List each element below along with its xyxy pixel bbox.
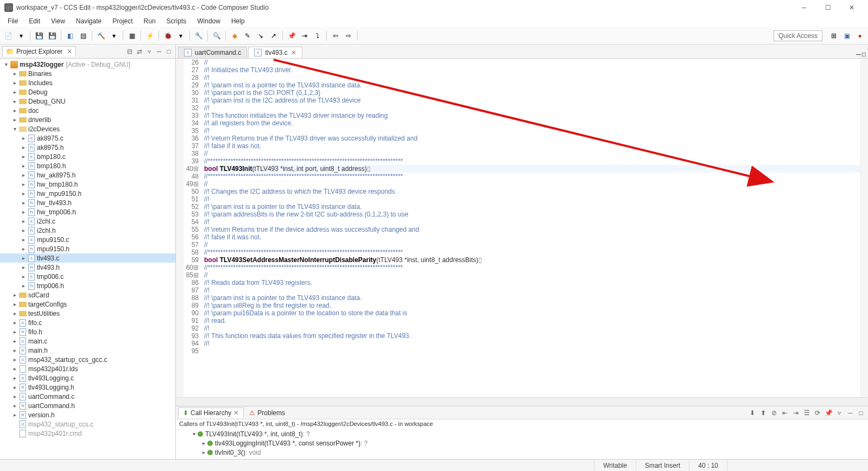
ccs-debug-perspective-icon[interactable]: ● [854, 30, 866, 42]
tree-item[interactable]: ▸Debug [0, 87, 175, 97]
tree-item[interactable]: ▸hfifo.h [0, 327, 175, 336]
menu-file[interactable]: File [3, 16, 22, 26]
pin-icon[interactable]: 📌 [823, 408, 833, 418]
link-editor-icon[interactable]: ⇄ [135, 47, 144, 56]
view-menu-icon[interactable]: ▿ [834, 408, 844, 418]
callers-mode-icon[interactable]: ⇤ [780, 408, 790, 418]
tree-item[interactable]: ▸Includes [0, 78, 175, 87]
toggle-mark-icon[interactable]: ✎ [242, 30, 254, 42]
minimize-view-icon[interactable]: ─ [845, 408, 855, 418]
open-element-icon[interactable]: ◆ [229, 30, 240, 42]
tree-item[interactable]: ▸cbmp180.c [0, 152, 175, 161]
maximize-button[interactable]: ☐ [816, 0, 840, 15]
tree-item[interactable]: ▸ci2chl.c [0, 217, 175, 226]
menu-navigate[interactable]: Navigate [72, 16, 106, 26]
tree-item[interactable]: ▸hhw_mpu9150.h [0, 189, 175, 198]
target-config-icon[interactable]: ▦ [126, 30, 138, 42]
menu-project[interactable]: Project [108, 16, 137, 26]
save-all-icon[interactable]: 💾 [46, 30, 58, 42]
project-tree[interactable]: ▾msp432logger[Active - Debug_GNU]▸Binari… [0, 59, 175, 459]
build-icon[interactable]: 🔨 [95, 30, 107, 42]
close-icon[interactable]: ✕ [291, 49, 296, 56]
menu-edit[interactable]: Edit [24, 16, 45, 26]
tree-item[interactable]: ▸Debug_GNU [0, 97, 175, 106]
collapse-all-icon[interactable]: ⊟ [125, 47, 134, 56]
minimize-editor-icon[interactable]: ─ [856, 50, 861, 58]
callers-tree[interactable]: ▾TLV493Init(tTLV493 *, int, uint8_t) : ?… [176, 428, 868, 459]
tree-item[interactable]: ▸sdCard [0, 290, 175, 300]
line-number-gutter[interactable]: 262728293031323334353637383940⊞4849⊞5051… [183, 59, 202, 397]
tree-item[interactable]: ▸driverlib [0, 115, 175, 124]
close-icon[interactable]: ✕ [67, 48, 72, 55]
tree-item[interactable]: ▸hhw_ak8975.h [0, 170, 175, 180]
maximize-view-icon[interactable]: □ [856, 408, 866, 418]
marker-bar[interactable] [176, 59, 183, 397]
open-perspective-icon[interactable]: ⊞ [828, 30, 840, 42]
menu-view[interactable]: View [47, 16, 69, 26]
close-button[interactable]: ✕ [840, 0, 864, 15]
menu-scripts[interactable]: Scripts [162, 16, 191, 26]
search-icon[interactable]: 🔍 [211, 30, 223, 42]
tree-item[interactable]: ▸hbmp180.h [0, 161, 175, 170]
minimize-button[interactable]: ─ [792, 0, 816, 15]
open-type-icon[interactable]: ◧ [64, 30, 76, 42]
tree-item[interactable]: ▸Binaries [0, 69, 175, 78]
tree-item[interactable]: ▸hmpu9150.h [0, 244, 175, 253]
quick-access-input[interactable]: Quick Access [774, 30, 822, 41]
overview-ruler[interactable] [860, 59, 868, 397]
step-over-icon[interactable]: ⤵ [312, 30, 324, 42]
tree-item[interactable]: ▸msp432p401r.lds [0, 364, 175, 373]
pin-icon[interactable]: 📌 [286, 30, 297, 42]
tree-item[interactable]: ▸cuartCommand.c [0, 392, 175, 401]
tree-item[interactable]: ▸hhw_tmp006.h [0, 207, 175, 217]
ccs-edit-perspective-icon[interactable]: ▣ [841, 30, 853, 42]
tree-item[interactable]: ▸hhw_tlv493.h [0, 198, 175, 207]
tree-item[interactable]: ▸hak8975.h [0, 143, 175, 152]
tree-item[interactable]: ▸cmsp432_startup_ccs_gcc.c [0, 355, 175, 364]
tree-item[interactable]: ▸ctlv493.c [0, 253, 175, 263]
new-dropdown-icon[interactable]: ▾ [15, 30, 27, 42]
tree-item[interactable]: ▸htmp006.h [0, 281, 175, 290]
tree-item[interactable]: ▸testUtilities [0, 309, 175, 318]
horizontal-scrollbar[interactable] [176, 397, 868, 406]
new-icon[interactable]: 📄 [2, 30, 14, 42]
tree-item[interactable]: ▸targetConfigs [0, 300, 175, 309]
tree-item[interactable]: ▸cmpu9150.c [0, 235, 175, 244]
tree-item[interactable]: msp432p401r.cmd [0, 429, 175, 438]
back-icon[interactable]: ⇦ [330, 30, 341, 42]
tree-item[interactable]: ▸htlv493Logging.h [0, 383, 175, 392]
tree-item[interactable]: ▸htlv493.h [0, 263, 175, 272]
caller-node[interactable]: ▸tlv493LoggingInit(tTLV493 *, const sens… [176, 438, 868, 448]
debug-dropdown-icon[interactable]: ▾ [175, 30, 187, 42]
tree-item[interactable]: ▸hmain.h [0, 346, 175, 355]
tab-call-hierarchy[interactable]: ⬍ Call Hierarchy ✕ [178, 408, 244, 418]
next-annotation-icon[interactable]: ↘ [255, 30, 267, 42]
caller-node[interactable]: ▾TLV493Init(tTLV493 *, int, uint8_t) : ? [176, 429, 868, 438]
tab-problems[interactable]: ⚠ Problems [245, 408, 289, 418]
tree-item[interactable]: cmsp432_startup_ccs.c [0, 419, 175, 429]
step-icon[interactable]: ⇥ [299, 30, 311, 42]
toggle-breadcrumb-icon[interactable]: ▤ [77, 30, 89, 42]
tree-item[interactable]: ▸hversion.h [0, 410, 175, 419]
tree-item[interactable]: ▸ctlv493Logging.c [0, 373, 175, 383]
maximize-view-icon[interactable]: □ [164, 47, 173, 56]
tree-item[interactable]: ▸hhw_bmp180.h [0, 180, 175, 189]
tree-item[interactable]: ▸hi2chl.h [0, 226, 175, 235]
history-icon[interactable]: ☰ [802, 408, 812, 418]
menu-help[interactable]: Help [227, 16, 249, 26]
refresh-icon[interactable]: ⟳ [813, 408, 822, 418]
tree-item[interactable]: ▸doc [0, 106, 175, 115]
up-arrow-icon[interactable]: ⬆ [758, 408, 768, 418]
tab-uartcommand[interactable]: c uartCommand.c [178, 47, 247, 58]
tree-item[interactable]: ▾msp432logger[Active - Debug_GNU] [0, 60, 175, 69]
prev-annotation-icon[interactable]: ↗ [268, 30, 280, 42]
down-arrow-icon[interactable]: ⬇ [747, 408, 757, 418]
menu-run[interactable]: Run [140, 16, 160, 26]
save-icon[interactable]: 💾 [33, 30, 45, 42]
callees-mode-icon[interactable]: ⇥ [791, 408, 801, 418]
maximize-editor-icon[interactable]: □ [862, 50, 866, 58]
tree-item[interactable]: ▸ctmp006.c [0, 272, 175, 281]
close-icon[interactable]: ✕ [233, 409, 239, 417]
forward-icon[interactable]: ⇨ [343, 30, 354, 42]
project-explorer-tab[interactable]: 📁 Project Explorer ✕ [2, 46, 76, 56]
